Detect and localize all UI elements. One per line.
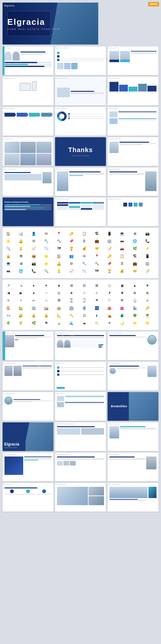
slide-service1: Elgracia service (55, 362, 106, 390)
icon-tools: 🛠 (18, 253, 24, 259)
icon-navigate: 🗺 (94, 268, 100, 274)
icon3-26: 🌾 (18, 320, 24, 326)
icon-users: 👥 (68, 253, 75, 259)
icon-phone2: 📞 (144, 238, 151, 244)
icon-bell: 🔔 (18, 238, 24, 244)
hero-subtitle: HOME REAL ESTATE POWE POIN (7, 28, 60, 30)
icon3-29: 🍃 (56, 320, 62, 326)
icon-idea: 💡 (56, 268, 62, 274)
icon-alert: 🔔 (56, 260, 62, 267)
icon2-10: ◼ (119, 282, 125, 289)
slide-infographic2: Elgracia infographic (55, 107, 106, 136)
icon2-20: ✓ (94, 290, 100, 296)
icon-home: 🏠 (5, 230, 12, 237)
icon2-12: ▼ (144, 282, 151, 289)
thanks-title: Thanks (68, 146, 93, 154)
slide-chart: Elgracia stacked chart (108, 77, 158, 105)
icon-phone3: 📱 (144, 253, 151, 259)
icon-map: 🗺 (56, 245, 62, 252)
icon-find: 🔍 (43, 268, 50, 274)
icon-star2: ⭐ (43, 260, 50, 267)
icon-cash: 💰 (119, 268, 125, 274)
icon2-6: ⊞ (68, 282, 75, 289)
slide-progress: Progress development timeline (3, 197, 53, 226)
icon-memo: 📝 (144, 268, 151, 274)
icon3-15: 🔒 (31, 312, 37, 319)
icon-office: 🏢 (144, 260, 151, 267)
icon2-23: ⊕ (132, 290, 138, 296)
icon3-28: ☘ (43, 320, 50, 326)
icon3-21: ⛺ (106, 312, 113, 319)
icon-briefcase: 💼 (94, 238, 100, 244)
thanks-subtitle: Get in touch at any time (72, 155, 89, 157)
icon3-27: 🌿 (31, 320, 37, 326)
icon3-9: 🏨 (106, 305, 113, 311)
slide-method: Elgracia method (108, 107, 158, 136)
icon3-31: ☁ (81, 320, 88, 326)
icon-leaf: 🌿 (132, 245, 138, 252)
icon3-13: 🗝 (5, 312, 12, 319)
icon2-16: ○ (43, 290, 50, 296)
icon3-25: 🌵 (5, 320, 12, 326)
icon2-5: ◈ (56, 282, 62, 289)
icon3-12: 🔑 (144, 305, 151, 311)
hero-title: Elgracia (7, 17, 60, 27)
slide-review3: Meet elgracia review (3, 392, 53, 421)
icon-note: 📝 (106, 245, 113, 252)
icon2-31: ⌚ (81, 297, 88, 303)
icon-star: ⭐ (5, 238, 12, 244)
slide-partner2: Elgracia partner project (108, 197, 158, 226)
slide-elgracia-title: Elgracia HOME REAL ESTATE (3, 422, 53, 451)
icon-date: 🗓 (119, 260, 125, 267)
icon2-35: ⚓ (132, 297, 138, 303)
icon2-13: ◀ (5, 290, 12, 296)
icon2-8: ⊠ (94, 282, 100, 289)
icon3-18: 📏 (68, 312, 75, 319)
icon3-20: 🌡 (94, 312, 100, 319)
icon2-21: ✗ (106, 290, 113, 296)
slide-about-project: About elgracia project (108, 168, 158, 196)
icon-trending-down: 📉 (43, 245, 50, 252)
progress-title: Progress development timeline (5, 201, 52, 203)
icon2-27: ∞ (31, 297, 37, 303)
icon2-24: ⊗ (144, 290, 151, 296)
slide-about-tpl: About elgracia template (3, 453, 53, 481)
icon3-3: 🏢 (31, 305, 37, 311)
icon-wrench: 🔧 (43, 238, 50, 244)
slide-service3: Elgracia service (3, 483, 53, 512)
icon-monitor: 🖥 (132, 230, 138, 237)
icon-deal: 🤝 (132, 268, 138, 274)
slide-infographic1: Elgracia infographic (3, 107, 53, 136)
icon3-5: 🏤 (56, 305, 62, 311)
icon-build: 🔨 (94, 260, 100, 267)
icon-crane: 🏗 (132, 253, 138, 259)
slide-intro: Introduction of elgracia company (55, 422, 106, 451)
icon3-22: 🌲 (119, 312, 125, 319)
icon3-14: 🔐 (18, 312, 24, 319)
icon-phone: 📱 (106, 230, 113, 237)
icon3-7: 🏦 (81, 305, 88, 311)
icon3-30: 🌊 (68, 320, 75, 326)
icon2-14: ▶ (18, 290, 24, 296)
icon-section-2: ↗ ↘ ♦ ✦ ◈ ⊞ ⊟ ⊠ ◻ ◼ ▲ ▼ ◀ ▶ ● ○ ◎ ★ ☆ ✓ (3, 280, 158, 330)
icon-internet: 🌐 (18, 268, 24, 274)
icon-user: 👤 (31, 230, 37, 237)
icon2-29: ⌘ (56, 297, 62, 303)
icon-sparkle: 🌟 (43, 253, 50, 259)
icon-location: 📍 (56, 230, 62, 237)
icon2-4: ✦ (43, 282, 50, 289)
icon3-10: 🏩 (119, 305, 125, 311)
icon-car: 🚗 (119, 245, 125, 252)
slide-break: Breakslides (108, 392, 158, 421)
slide-about-details: About Elgracia details (55, 168, 106, 196)
icon-desktop: 🖥 (18, 260, 24, 267)
icon3-24: 🌴 (144, 312, 151, 319)
icon-home2: 🏠 (56, 253, 62, 259)
slide-partner: Elgracia partner project (55, 46, 106, 75)
icon2-2: ↘ (18, 282, 24, 289)
pptx-badge: PPTX (148, 2, 159, 6)
icon2-28: ⌂ (43, 297, 50, 303)
icon-key2: 🔑 (106, 253, 113, 259)
slide-mockup2: Elgracia mockup slide (55, 77, 106, 105)
icon2-34: ⚒ (119, 297, 125, 303)
